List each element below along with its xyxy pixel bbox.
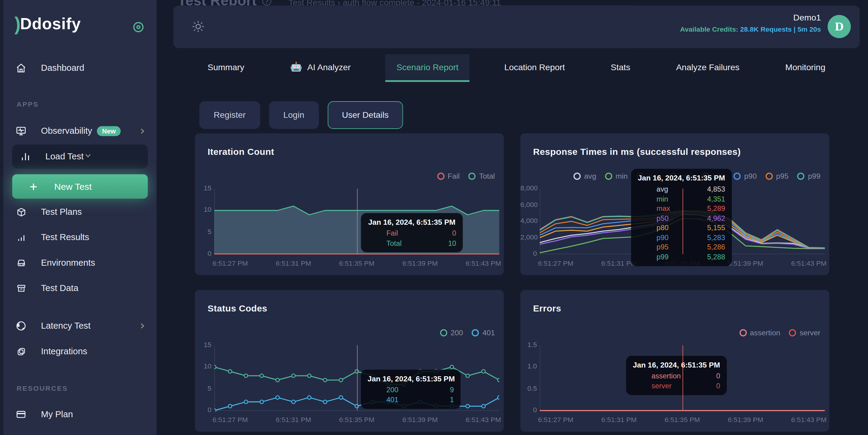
scenario-tab-register[interactable]: Register — [199, 101, 260, 129]
server-icon — [14, 258, 28, 268]
sidebar-item-test-plans[interactable]: Test Plans — [14, 202, 152, 222]
legend-item-200[interactable]: 200 — [440, 329, 463, 337]
x-axis-tick: 6:51:31 PM — [276, 416, 311, 424]
y-axis-tick: 0 — [521, 406, 537, 414]
user-cluster[interactable]: Demo1 Available Credits: 28.8K Requests … — [680, 13, 821, 33]
tab-summary[interactable]: Summary — [196, 54, 255, 82]
series-marker-200 — [482, 370, 485, 373]
sidebar-item-label: Test Data — [41, 283, 79, 293]
legend-label: 200 — [451, 329, 463, 337]
x-axis-tick: 6:51:27 PM — [213, 416, 248, 424]
theme-toggle-sun-icon[interactable] — [189, 17, 207, 36]
crosshair-line — [682, 345, 683, 411]
globe-icon — [14, 320, 28, 331]
tab-label: Scenario Report — [397, 62, 459, 72]
sidebar-item-label: Load Test — [45, 152, 84, 162]
collapse-sidebar-icon[interactable] — [132, 21, 144, 33]
sidebar-section-apps: APPS — [17, 101, 39, 108]
tooltip-value: 4,962 — [707, 213, 725, 223]
chart-plot[interactable]: FailTotal0510156:51:27 PM6:51:31 PM6:51:… — [195, 133, 504, 275]
y-axis-tick: 0 — [195, 406, 212, 414]
legend-label: assertion — [750, 329, 780, 337]
y-axis-tick: 15 — [195, 185, 212, 192]
y-axis-tick: 6,000 — [521, 201, 537, 208]
legend-item-p95[interactable]: p95 — [766, 172, 788, 180]
legend-label: p90 — [744, 172, 756, 180]
tab-location-report[interactable]: Location Report — [493, 54, 576, 82]
legend-item-avg[interactable]: avg — [574, 172, 596, 180]
sidebar-section-resources: RESOURCES — [17, 385, 68, 393]
sidebar-item-integrations[interactable]: Integrations — [14, 341, 152, 361]
legend-label: p95 — [776, 172, 788, 180]
tab-scenario-report[interactable]: Scenario Report — [385, 54, 470, 82]
main-content: Test Report ? Test Results › auth flow c… — [157, 0, 868, 435]
series-marker-200 — [260, 374, 264, 377]
chart-plot[interactable]: avgminmaxp50p80p90p95p9902,0004,0006,000… — [521, 133, 830, 275]
tooltip-label: min — [656, 194, 668, 204]
legend-item-401[interactable]: 401 — [472, 329, 495, 337]
chart-card-response-times: Response Times in ms (successful respons… — [521, 133, 830, 275]
scenario-tab-login[interactable]: Login — [269, 101, 318, 129]
sidebar-item-load-test[interactable]: Load Test — [12, 144, 148, 169]
tooltip-row-p80: p805,155 — [638, 223, 725, 233]
legend-item-p99[interactable]: p99 — [798, 172, 820, 180]
sidebar-item-label: Integrations — [41, 346, 87, 356]
tab-stats[interactable]: Stats — [600, 54, 641, 82]
tab-analyze-failures[interactable]: Analyze Failures — [665, 54, 750, 82]
legend-item-Fail[interactable]: Fail — [437, 172, 460, 180]
legend-item-Total[interactable]: Total — [469, 172, 495, 180]
x-axis-tick: 6:51:27 PM — [538, 259, 573, 267]
tab-label: Summary — [208, 62, 244, 72]
legend-item-min[interactable]: min — [605, 172, 628, 180]
sidebar-item-test-results[interactable]: Test Results — [14, 228, 152, 247]
chart-card-status-codes: Status Codes 2004010510156:51:27 PM6:51:… — [195, 290, 504, 431]
archive-icon — [14, 283, 28, 293]
app-window: ) Ddosify Dashboard APPS Observability N… — [0, 0, 868, 435]
sidebar-item-environments[interactable]: Environments — [14, 253, 152, 273]
tooltip-label: assertion — [652, 371, 681, 381]
y-axis-tick: 0.5 — [521, 384, 537, 392]
sidebar-item-new-test[interactable]: New Test — [12, 174, 148, 199]
copy-icon — [14, 346, 28, 357]
y-axis-tick: 1.5 — [521, 341, 537, 348]
tooltip-row-p99: p995,288 — [638, 252, 725, 262]
tooltip-row-server: server0 — [632, 381, 720, 391]
series-marker-200 — [450, 365, 454, 369]
series-marker-401 — [228, 404, 232, 408]
tooltip-title: Jan 16, 2024, 6:51:35 PM — [368, 374, 454, 383]
chevron-right-icon — [138, 127, 147, 136]
sidebar-item-latency-test[interactable]: Latency Test — [14, 316, 152, 336]
crosshair-line — [682, 189, 683, 254]
tooltip-label: p80 — [656, 223, 669, 233]
logo[interactable]: ) Ddosify — [14, 14, 81, 33]
tab-monitoring[interactable]: Monitoring — [774, 54, 836, 82]
sidebar-item-my-plan[interactable]: My Plan — [14, 405, 152, 425]
sidebar-item-observability[interactable]: Observability New — [14, 121, 152, 141]
chart-plot[interactable]: assertionserver00.51.01.56:51:27 PM6:51:… — [521, 290, 830, 431]
avatar[interactable]: D — [828, 15, 851, 38]
legend-item-server[interactable]: server — [789, 329, 820, 337]
robot-icon — [290, 61, 302, 73]
tab-label: Location Report — [504, 62, 565, 72]
sidebar-item-dashboard[interactable]: Dashboard — [14, 58, 152, 78]
crosshair-line — [357, 189, 358, 254]
y-axis-tick: 5 — [195, 228, 212, 236]
chart-plot[interactable]: 2004010510156:51:27 PM6:51:31 PM6:51:35 … — [195, 290, 504, 431]
tab-ai-analyzer[interactable]: AI Analyzer — [279, 54, 362, 82]
legend-label: avg — [584, 172, 596, 180]
scenario-tab-user-details[interactable]: User Details — [328, 101, 403, 129]
chart-legend: FailTotal — [437, 172, 495, 180]
tooltip-value: 0 — [452, 229, 456, 238]
legend-item-assertion[interactable]: assertion — [739, 329, 780, 337]
new-badge: New — [97, 126, 121, 136]
sidebar-item-label: New Test — [54, 181, 92, 192]
legend-item-p90[interactable]: p90 — [734, 172, 756, 180]
sidebar-item-label: Dashboard — [41, 63, 84, 73]
tooltip-label: avg — [656, 185, 668, 194]
legend-label: p99 — [808, 172, 820, 180]
y-axis-tick: 1.0 — [521, 363, 537, 371]
tooltip-row-Total: Total10 — [368, 238, 456, 248]
logo-text: Ddosify — [20, 15, 81, 33]
series-marker-401 — [307, 396, 311, 399]
sidebar-item-test-data[interactable]: Test Data — [14, 278, 152, 298]
